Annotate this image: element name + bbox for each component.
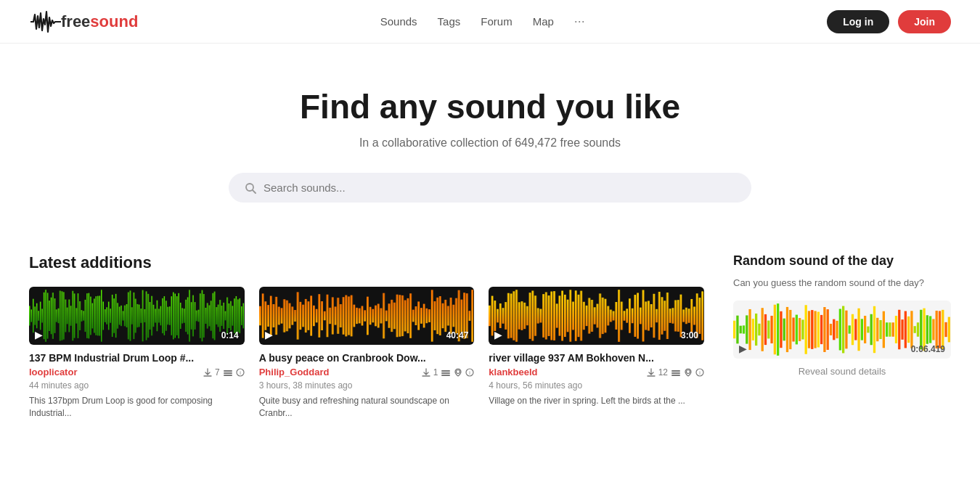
- duration-1: 0:14: [221, 330, 239, 340]
- svg-rect-2: [224, 370, 232, 372]
- random-play-button[interactable]: ▶: [739, 343, 747, 354]
- svg-rect-7: [441, 370, 450, 372]
- hero-heading: Find any sound you like: [15, 87, 965, 126]
- search-icon: [245, 182, 256, 194]
- download-icon-1: [203, 368, 212, 377]
- svg-line-1: [253, 190, 256, 193]
- logo-text-sound: sound: [90, 12, 138, 31]
- layers-icon-1: [223, 368, 233, 377]
- hero-subtext: In a collaborative collection of 649,472…: [15, 136, 965, 150]
- sound-card-2: ▶ 40:47 A busy peace on Cranbrook Dow...…: [259, 287, 475, 420]
- sound-icons-3: 12 i: [647, 367, 704, 377]
- sound-author-3[interactable]: klankbeeld: [489, 367, 537, 377]
- sound-icons-1: 7 i: [203, 367, 245, 377]
- sound-author-2[interactable]: Philip_Goddard: [259, 367, 330, 377]
- sound-desc-1: This 137bpm Drum Loop is good for compos…: [29, 395, 245, 420]
- svg-text:i: i: [699, 370, 701, 375]
- sound-meta-1: looplicator 7 i: [29, 367, 245, 377]
- download-count-1: 7: [215, 367, 220, 377]
- random-sound-title: Random sound of the day: [733, 253, 951, 269]
- layers-icon-3: [671, 368, 681, 377]
- waveform-3[interactable]: ▶ 3:00: [489, 287, 704, 345]
- svg-point-16: [687, 369, 690, 373]
- main-content: Latest additions ▶ 0:14 137 BPM Industri…: [0, 232, 980, 434]
- play-button-2[interactable]: ▶: [265, 329, 273, 340]
- random-sound-section: Random sound of the day Can you guess th…: [733, 253, 951, 420]
- layers-icon-2: [441, 368, 451, 377]
- play-button-3[interactable]: ▶: [494, 329, 502, 340]
- latest-additions-title: Latest additions: [29, 253, 704, 272]
- nav-more-icon[interactable]: ···: [574, 14, 585, 28]
- download-count-2: 1: [433, 367, 438, 377]
- sound-author-1[interactable]: looplicator: [29, 367, 77, 377]
- sound-icons-2: 1 i: [422, 367, 475, 377]
- svg-rect-9: [441, 375, 450, 376]
- sound-title-1: 137 BPM Industrial Drum Loop #...: [29, 352, 245, 364]
- nav-sounds[interactable]: Sounds: [380, 15, 417, 28]
- duration-3: 3:00: [681, 330, 698, 340]
- svg-point-10: [457, 369, 460, 373]
- nav-tags[interactable]: Tags: [438, 15, 461, 28]
- nav-links: Sounds Tags Forum Map ···: [380, 14, 585, 29]
- random-waveform[interactable]: ▶ 0:06.419: [733, 301, 951, 359]
- info-icon-2: i: [465, 368, 474, 377]
- waveform-1[interactable]: ▶ 0:14: [29, 287, 245, 345]
- download-count-3: 12: [658, 367, 668, 377]
- duration-2: 40:47: [446, 330, 469, 340]
- sound-meta-2: Philip_Goddard 1 i: [259, 367, 475, 377]
- info-icon-1: i: [236, 368, 245, 377]
- sound-title-3: river village 937 AM Bokhoven N...: [489, 352, 704, 364]
- nav-map[interactable]: Map: [533, 15, 554, 28]
- logo-text-free: free: [61, 12, 90, 31]
- play-button-1[interactable]: ▶: [35, 329, 43, 340]
- nav-actions: Log in Join: [827, 10, 951, 33]
- navbar: freesound Sounds Tags Forum Map ··· Log …: [0, 0, 980, 44]
- logo[interactable]: freesound: [29, 9, 138, 35]
- download-icon-2: [422, 368, 430, 377]
- hero-section: Find any sound you like In a collaborati…: [0, 44, 980, 232]
- info-icon-3: i: [695, 368, 704, 377]
- search-input[interactable]: [264, 181, 735, 194]
- sound-time-1: 44 minutes ago: [29, 380, 245, 391]
- sound-time-2: 3 hours, 38 minutes ago: [259, 380, 475, 391]
- location-icon-2: [454, 368, 462, 377]
- search-bar[interactable]: [229, 173, 751, 203]
- svg-rect-4: [224, 375, 232, 376]
- svg-rect-14: [671, 372, 680, 374]
- svg-rect-13: [671, 370, 680, 372]
- sound-cards-list: ▶ 0:14 137 BPM Industrial Drum Loop #...…: [29, 287, 704, 420]
- svg-rect-3: [224, 372, 232, 374]
- random-duration: 0:06.419: [911, 344, 945, 354]
- svg-text:i: i: [470, 370, 471, 375]
- sound-time-3: 4 hours, 56 minutes ago: [489, 380, 704, 391]
- login-button[interactable]: Log in: [827, 10, 889, 33]
- logo-waveform-icon: [29, 9, 61, 35]
- sound-card-1: ▶ 0:14 137 BPM Industrial Drum Loop #...…: [29, 287, 245, 420]
- nav-forum[interactable]: Forum: [481, 15, 512, 28]
- random-sound-description: Can you guess the random sound of the da…: [733, 276, 951, 290]
- sound-meta-3: klankbeeld 12 i: [489, 367, 704, 377]
- sound-desc-2: Quite busy and refreshing natural sounds…: [259, 395, 475, 420]
- sound-desc-3: Village on the river in spring. Left the…: [489, 395, 704, 407]
- location-icon-3: [684, 368, 693, 377]
- svg-text:i: i: [240, 370, 241, 375]
- reveal-sound-link[interactable]: Reveal sound details: [733, 366, 951, 377]
- svg-rect-8: [441, 372, 450, 374]
- join-button[interactable]: Join: [898, 10, 951, 33]
- sound-title-2: A busy peace on Cranbrook Dow...: [259, 352, 475, 364]
- download-icon-3: [647, 368, 656, 377]
- latest-additions-section: Latest additions ▶ 0:14 137 BPM Industri…: [29, 253, 704, 420]
- sound-card-3: ▶ 3:00 river village 937 AM Bokhoven N..…: [489, 287, 704, 420]
- waveform-2[interactable]: ▶ 40:47: [259, 287, 475, 345]
- svg-rect-15: [671, 375, 680, 376]
